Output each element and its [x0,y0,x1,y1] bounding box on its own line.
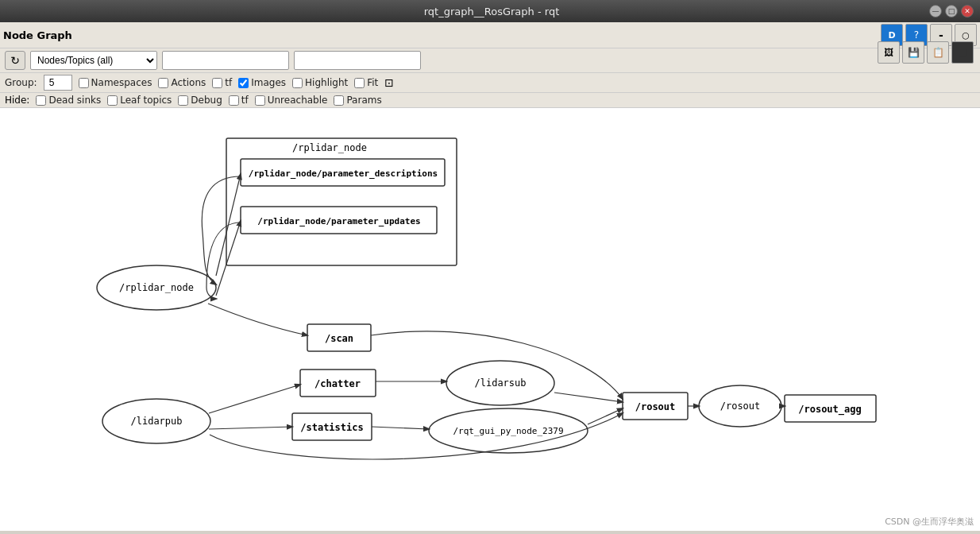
rplidar-node-ellipse-label: /rplidar_node [119,282,194,293]
debug-checkbox[interactable] [178,95,188,106]
lidarpub-label: /lidarpub [130,416,182,427]
refresh-button[interactable]: ↻ [5,51,25,70]
statistics-label: /statistics [300,422,363,433]
param-updates-label: /rplidar_node/parameter_updates [257,216,420,226]
leaf-topics-checkbox[interactable] [107,95,118,106]
arrow-lidarpub-to-chatter [209,385,300,413]
rosout-agg-label: /rosout_agg [798,404,861,416]
titlebar-controls[interactable]: — □ ✕ [929,5,974,17]
hide-tf-checkbox[interactable] [229,95,239,106]
filter2-input[interactable] [294,51,421,70]
fit-checkbox-label[interactable]: Fit [354,77,378,88]
highlight-checkbox-label[interactable]: Highlight [292,77,348,88]
arrow-lidarsub-to-rosout [554,393,623,402]
param-descriptions-label: /rplidar_node/parameter_descriptions [249,168,438,179]
leaf-topics-label[interactable]: Leaf topics [107,95,172,106]
namespaces-checkbox[interactable] [79,78,89,88]
graph-area[interactable]: /rplidar_node /rplidar_node/parameter_de… [0,108,980,531]
toolbar: 🖼 💾 📋 ■ ↻ Nodes/Topics (all) Nodes only … [0,48,980,73]
hide-label: Hide: [5,95,29,106]
rosout-topic-label: /rosout [635,401,676,412]
export-button[interactable]: 💾 [902,41,924,64]
fit-icon: ⊡ [384,76,394,89]
rplidar-node-group-label: /rplidar_node [292,142,367,153]
view-mode-dropdown[interactable]: Nodes/Topics (all) Nodes only Topics onl… [30,51,157,70]
actions-checkbox-label[interactable]: Actions [158,77,206,88]
hide-row: Hide: Dead sinks Leaf topics Debug tf Un… [0,93,980,108]
unreachable-checkbox[interactable] [255,95,265,106]
lidarsub-label: /lidarsub [474,377,526,389]
params-label[interactable]: Params [334,95,381,106]
rosout-node-label: /rosout [720,400,761,412]
group-spinbox[interactable] [44,75,72,91]
top-controls: Node Graph D ? - ○ 🖼 💾 📋 ■ ↻ Nodes/Topic… [0,22,980,108]
rqt-gui-node-label: /rqt_gui_py_node_2379 [453,426,563,436]
arrow-statistics-to-rqtgui [372,427,429,429]
watermark: CSDN @生而浮华奥滋 [885,516,974,528]
save-image-button[interactable]: 🖼 [878,41,900,64]
close-button[interactable]: ✕ [961,5,974,17]
color-button[interactable]: ■ [951,41,974,64]
images-checkbox-label[interactable]: Images [238,77,286,88]
namespaces-checkbox-label[interactable]: Namespaces [79,77,152,88]
titlebar-title: rqt_graph__RosGraph - rqt [54,6,929,17]
titlebar: rqt_graph__RosGraph - rqt — □ ✕ [0,0,980,22]
arrow-rplidar-to-scan [208,304,307,335]
hide-tf-label[interactable]: tf [229,95,249,106]
debug-label[interactable]: Debug [178,95,222,106]
controls-row: Group: Namespaces Actions tf Images High… [0,73,980,93]
group-label: Group: [5,77,37,88]
arrow-lidarpub-to-statistics [209,427,292,429]
highlight-checkbox[interactable] [292,78,303,88]
images-checkbox[interactable] [238,78,249,88]
graph-svg: /rplidar_node /rplidar_node/parameter_de… [0,108,980,531]
actions-checkbox[interactable] [158,78,168,88]
maximize-button[interactable]: □ [945,5,958,17]
plugin-title: Node Graph [3,29,72,41]
tf-checkbox[interactable] [212,78,222,88]
rplidar-node-group-rect [226,138,457,265]
dead-sinks-label[interactable]: Dead sinks [36,95,101,106]
scan-label: /scan [325,333,353,344]
params-checkbox[interactable] [334,95,344,106]
minimize-button[interactable]: — [929,5,942,17]
fit-checkbox[interactable] [354,78,365,88]
unreachable-label[interactable]: Unreachable [255,95,328,106]
chatter-label: /chatter [314,378,361,389]
copy-button[interactable]: 📋 [927,41,949,64]
dead-sinks-checkbox[interactable] [36,95,46,106]
filter1-input[interactable] [162,51,289,70]
tf-checkbox-label[interactable]: tf [212,77,232,88]
